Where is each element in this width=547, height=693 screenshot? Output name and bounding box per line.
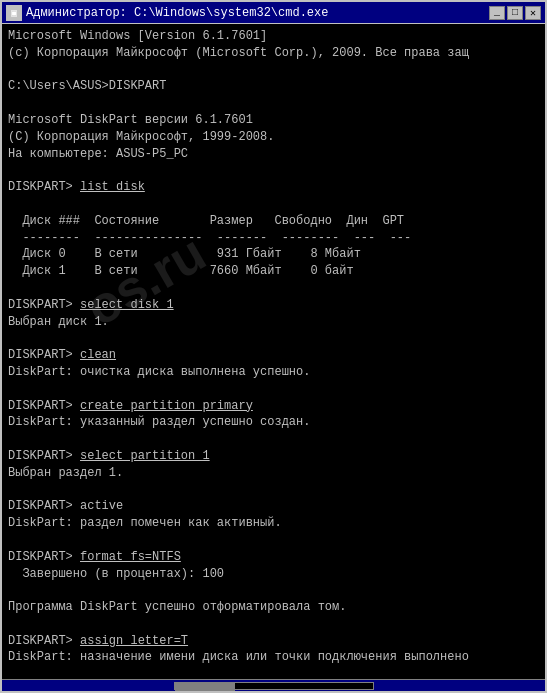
line-6: Microsoft DiskPart версии 6.1.7601 [8, 112, 539, 129]
maximize-button[interactable]: □ [507, 6, 523, 20]
line-30: DiskPart: раздел помечен как активный. [8, 515, 539, 532]
cmd-clean: clean [80, 348, 116, 362]
cmd-select-disk: select disk 1 [80, 298, 174, 312]
line-26: DISKPART> select partition 1 [8, 448, 539, 465]
line-21: DiskPart: очистка диска выполнена успешн… [8, 364, 539, 381]
line-28 [8, 482, 539, 499]
line-38: DiskPart: назначение имени диска или точ… [8, 649, 539, 666]
line-34 [8, 582, 539, 599]
title-bar-left: ▣ Администратор: C:\Windows\system32\cmd… [6, 5, 328, 21]
line-1: Microsoft Windows [Version 6.1.7601] [8, 28, 539, 45]
line-27: Выбран раздел 1. [8, 465, 539, 482]
line-24: DiskPart: указанный раздел успешно созда… [8, 414, 539, 431]
line-33: Завершено (в процентах): 100 [8, 566, 539, 583]
line-31 [8, 532, 539, 549]
cmd-format: format fs=NTFS [80, 550, 181, 564]
line-39 [8, 666, 539, 679]
line-29: DISKPART> active [8, 498, 539, 515]
line-19 [8, 330, 539, 347]
close-button[interactable]: ✕ [525, 6, 541, 20]
line-23: DISKPART> create partition primary [8, 398, 539, 415]
line-17: DISKPART> select disk 1 [8, 297, 539, 314]
line-18: Выбран диск 1. [8, 314, 539, 331]
window-title: Администратор: C:\Windows\system32\cmd.e… [26, 6, 328, 20]
line-11 [8, 196, 539, 213]
line-22 [8, 381, 539, 398]
terminal-body: os.ru Microsoft Windows [Version 6.1.760… [2, 24, 545, 679]
cmd-icon: ▣ [6, 5, 22, 21]
scrollbar-thumb[interactable] [175, 683, 235, 691]
cmd-select-partition: select partition 1 [80, 449, 210, 463]
line-14: Диск 0 В сети 931 Гбайт 8 Мбайт [8, 246, 539, 263]
line-20: DISKPART> clean [8, 347, 539, 364]
line-25 [8, 431, 539, 448]
line-13: -------- --------------- ------- -------… [8, 230, 539, 247]
line-7: (С) Корпорация Майкрософт, 1999-2008. [8, 129, 539, 146]
line-36 [8, 616, 539, 633]
line-37: DISKPART> assign letter=T [8, 633, 539, 650]
scrollbar-track[interactable] [174, 682, 374, 690]
cmd-create-partition: create partition primary [80, 399, 253, 413]
line-15: Диск 1 В сети 7660 Мбайт 0 байт [8, 263, 539, 280]
minimize-button[interactable]: _ [489, 6, 505, 20]
line-32: DISKPART> format fs=NTFS [8, 549, 539, 566]
title-buttons: _ □ ✕ [489, 6, 541, 20]
cmd-window: ▣ Администратор: C:\Windows\system32\cmd… [0, 0, 547, 693]
line-8: На компьютере: ASUS-P5_PC [8, 146, 539, 163]
line-35: Программа DiskPart успешно отформатирова… [8, 599, 539, 616]
line-3 [8, 62, 539, 79]
cmd-assign: assign letter=T [80, 634, 188, 648]
scrollbar-area[interactable] [2, 679, 545, 691]
line-4: C:\Users\ASUS>DISKPART [8, 78, 539, 95]
line-5 [8, 95, 539, 112]
line-12: Диск ### Состояние Размер Свободно Дин G… [8, 213, 539, 230]
line-2: (с) Корпорация Майкрософт (Microsoft Cor… [8, 45, 539, 62]
line-9 [8, 162, 539, 179]
cmd-list-disk: list disk [80, 180, 145, 194]
title-bar: ▣ Администратор: C:\Windows\system32\cmd… [2, 2, 545, 24]
line-16 [8, 280, 539, 297]
line-10: DISKPART> list disk [8, 179, 539, 196]
